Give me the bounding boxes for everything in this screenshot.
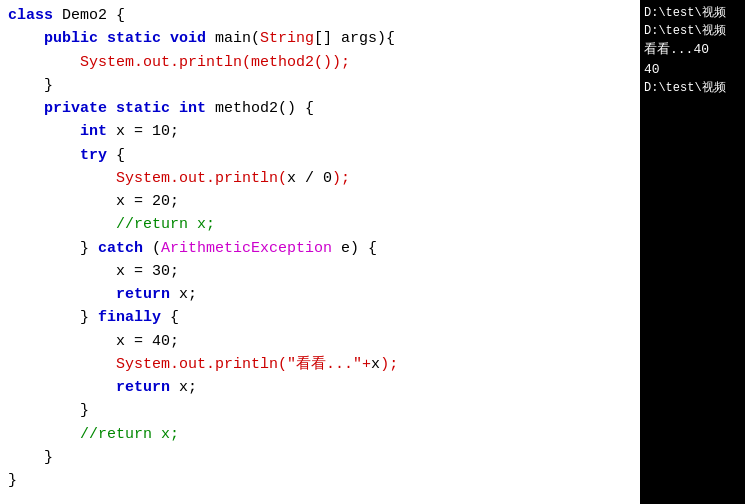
code-token: main(	[215, 30, 260, 47]
code-token: x = 40;	[116, 333, 179, 350]
code-line: return x;	[8, 376, 632, 399]
code-token: private	[44, 100, 116, 117]
code-line: }	[8, 446, 632, 469]
code-line: x = 30;	[8, 260, 632, 283]
code-token: {	[116, 147, 125, 164]
code-token: }	[8, 309, 98, 326]
code-token: +	[362, 356, 371, 373]
code-token	[8, 147, 80, 164]
code-line: }	[8, 74, 632, 97]
code-token: int	[80, 123, 116, 140]
code-token	[8, 263, 116, 280]
code-token: }	[8, 77, 53, 94]
code-line: int x = 10;	[8, 120, 632, 143]
terminal: D:\test\视频D:\test\视频看看...4040D:\test\视频	[640, 0, 745, 504]
code-line: }	[8, 399, 632, 422]
code-token: String	[260, 30, 314, 47]
code-token	[8, 30, 44, 47]
code-token: (	[152, 240, 161, 257]
code-line: private static int method2() {	[8, 97, 632, 120]
terminal-line: 40	[644, 60, 741, 80]
code-token	[8, 379, 116, 396]
terminal-line: D:\test\视频	[644, 22, 741, 40]
code-token	[8, 54, 80, 71]
code-token: .out.println(method2());	[134, 54, 350, 71]
terminal-line: D:\test\视频	[644, 4, 741, 22]
code-token: finally	[98, 309, 170, 326]
code-token: .out.println(	[170, 356, 287, 373]
code-token: method2() {	[215, 100, 314, 117]
code-token: x = 30;	[116, 263, 179, 280]
code-token: x;	[179, 286, 197, 303]
code-line: //return x;	[8, 213, 632, 236]
code-token: int	[179, 100, 215, 117]
code-token: System	[80, 54, 134, 71]
terminal-line: D:\test\视频	[644, 79, 741, 97]
code-token: catch	[98, 240, 152, 257]
code-token: "看看..."	[287, 356, 362, 373]
code-token: );	[332, 170, 350, 187]
code-token	[8, 426, 80, 443]
code-token: x	[371, 356, 380, 373]
code-line: System.out.println(method2());	[8, 51, 632, 74]
code-line: x = 20;	[8, 190, 632, 213]
code-token: }	[8, 449, 53, 466]
code-token	[8, 193, 116, 210]
code-token: x = 10;	[116, 123, 179, 140]
code-token: System	[116, 170, 170, 187]
code-token: );	[380, 356, 398, 373]
code-token: e) {	[341, 240, 377, 257]
code-line: } finally {	[8, 306, 632, 329]
code-token: ArithmeticException	[161, 240, 341, 257]
code-token: static	[116, 100, 179, 117]
code-line: try {	[8, 144, 632, 167]
code-token: return	[116, 379, 179, 396]
code-token: return	[116, 286, 179, 303]
code-token: x = 20;	[116, 193, 179, 210]
code-token: }	[8, 240, 98, 257]
code-line: } catch (ArithmeticException e) {	[8, 237, 632, 260]
code-token	[8, 356, 116, 373]
code-line: return x;	[8, 283, 632, 306]
code-token	[8, 333, 116, 350]
code-line: }	[8, 469, 632, 492]
code-token: }	[8, 402, 89, 419]
code-line: class Demo2 {	[8, 4, 632, 27]
code-token: [] args){	[314, 30, 395, 47]
code-token: //return x;	[116, 216, 215, 233]
code-token: static	[107, 30, 170, 47]
code-token	[8, 100, 44, 117]
code-line: x = 40;	[8, 330, 632, 353]
code-token: Demo2 {	[62, 7, 125, 24]
terminal-line: 看看...40	[644, 40, 741, 60]
code-token: class	[8, 7, 62, 24]
code-line: System.out.println("看看..."+x);	[8, 353, 632, 376]
code-token: {	[170, 309, 179, 326]
code-token: void	[170, 30, 215, 47]
code-token: System	[116, 356, 170, 373]
code-token	[8, 123, 80, 140]
code-line: public static void main(String[] args){	[8, 27, 632, 50]
code-token: x;	[179, 379, 197, 396]
code-line: //return x;	[8, 423, 632, 446]
code-token: //return x;	[80, 426, 179, 443]
code-token: .out.println(	[170, 170, 287, 187]
code-token: }	[8, 472, 17, 489]
code-token: public	[44, 30, 107, 47]
code-token: x / 0	[287, 170, 332, 187]
code-editor: class Demo2 { public static void main(St…	[0, 0, 640, 504]
code-token: try	[80, 147, 116, 164]
code-line: System.out.println(x / 0);	[8, 167, 632, 190]
code-token	[8, 286, 116, 303]
code-token	[8, 170, 116, 187]
code-token	[8, 216, 116, 233]
